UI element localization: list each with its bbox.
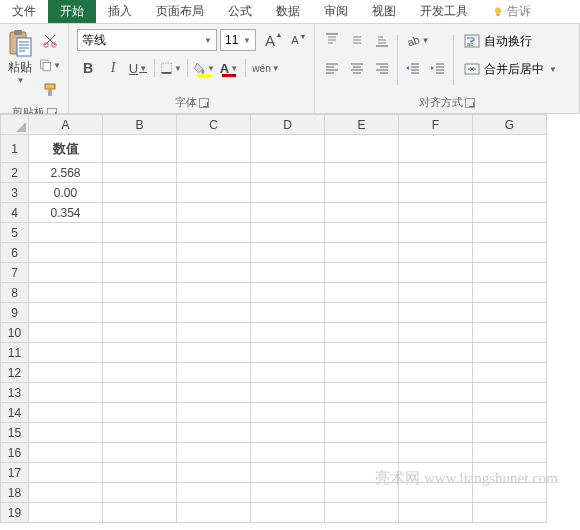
cell[interactable] [473, 303, 547, 323]
decrease-indent-button[interactable] [402, 57, 424, 79]
cell[interactable] [177, 463, 251, 483]
cell[interactable] [29, 243, 103, 263]
alignment-launcher[interactable] [465, 98, 475, 108]
cell[interactable] [399, 263, 473, 283]
cell[interactable] [325, 283, 399, 303]
row-header[interactable]: 19 [1, 503, 29, 523]
cell[interactable] [103, 363, 177, 383]
cell[interactable] [103, 163, 177, 183]
tab-insert[interactable]: 插入 [96, 0, 144, 23]
cell[interactable] [103, 283, 177, 303]
border-button[interactable]: ▼ [160, 57, 182, 79]
cell[interactable] [103, 483, 177, 503]
cell[interactable] [473, 503, 547, 523]
cell[interactable] [399, 483, 473, 503]
cell[interactable] [399, 183, 473, 203]
cell[interactable] [29, 383, 103, 403]
cell[interactable] [103, 203, 177, 223]
phonetic-button[interactable]: wén▼ [251, 57, 281, 79]
row-header[interactable]: 8 [1, 283, 29, 303]
row-header[interactable]: 13 [1, 383, 29, 403]
cell[interactable] [399, 283, 473, 303]
cell[interactable] [251, 243, 325, 263]
tab-layout[interactable]: 页面布局 [144, 0, 216, 23]
row-header[interactable]: 16 [1, 443, 29, 463]
cell[interactable] [325, 303, 399, 323]
cell[interactable] [103, 503, 177, 523]
tab-data[interactable]: 数据 [264, 0, 312, 23]
row-header[interactable]: 7 [1, 263, 29, 283]
cell[interactable] [473, 263, 547, 283]
merge-center-button[interactable]: 合并后居中▼ [460, 57, 561, 81]
cell[interactable] [177, 343, 251, 363]
cell[interactable] [103, 223, 177, 243]
cell[interactable] [473, 283, 547, 303]
wrap-text-button[interactable]: ab 自动换行 [460, 29, 561, 53]
cell[interactable] [251, 343, 325, 363]
cell[interactable] [177, 383, 251, 403]
cell[interactable] [251, 223, 325, 243]
align-right-button[interactable] [371, 57, 393, 79]
cell[interactable] [399, 223, 473, 243]
cell[interactable] [251, 503, 325, 523]
row-header[interactable]: 9 [1, 303, 29, 323]
cell[interactable] [473, 203, 547, 223]
cell[interactable] [29, 303, 103, 323]
cell[interactable] [473, 443, 547, 463]
cell[interactable] [399, 403, 473, 423]
cell[interactable] [473, 223, 547, 243]
cell[interactable] [399, 443, 473, 463]
paste-button[interactable]: 粘贴 ▼ [4, 27, 36, 103]
cell[interactable] [325, 343, 399, 363]
cell[interactable] [251, 183, 325, 203]
cell[interactable] [177, 303, 251, 323]
row-header[interactable]: 14 [1, 403, 29, 423]
row-header[interactable]: 15 [1, 423, 29, 443]
cell[interactable] [325, 403, 399, 423]
cell[interactable] [29, 403, 103, 423]
cell[interactable] [325, 203, 399, 223]
cell[interactable] [177, 203, 251, 223]
cell[interactable] [473, 483, 547, 503]
cell[interactable] [103, 323, 177, 343]
font-size-select[interactable]: 11▼ [220, 29, 256, 51]
cell[interactable] [177, 323, 251, 343]
cell[interactable] [29, 423, 103, 443]
cell[interactable] [251, 463, 325, 483]
col-header-D[interactable]: D [251, 115, 325, 135]
cell-A1[interactable]: 数值 [29, 135, 103, 163]
cell[interactable] [251, 323, 325, 343]
tab-developer[interactable]: 开发工具 [408, 0, 480, 23]
select-all-corner[interactable] [1, 115, 29, 135]
cell[interactable] [473, 163, 547, 183]
cell[interactable] [251, 263, 325, 283]
cell[interactable] [103, 403, 177, 423]
cell-A2[interactable]: 2.568 [29, 163, 103, 183]
cell[interactable] [29, 283, 103, 303]
row-header[interactable]: 5 [1, 223, 29, 243]
align-top-button[interactable] [321, 29, 343, 51]
cell-A3[interactable]: 0.00 [29, 183, 103, 203]
font-color-button[interactable]: A▼ [218, 57, 240, 79]
row-header[interactable]: 6 [1, 243, 29, 263]
cell[interactable] [399, 203, 473, 223]
cell[interactable] [29, 483, 103, 503]
cell[interactable] [103, 183, 177, 203]
cell[interactable] [399, 163, 473, 183]
grow-font-button[interactable]: A▴ [259, 29, 281, 51]
cell[interactable] [103, 383, 177, 403]
cell[interactable] [473, 243, 547, 263]
cell[interactable] [177, 503, 251, 523]
col-header-G[interactable]: G [473, 115, 547, 135]
row-header[interactable]: 2 [1, 163, 29, 183]
format-painter-button[interactable] [39, 79, 61, 101]
col-header-C[interactable]: C [177, 115, 251, 135]
tab-review[interactable]: 审阅 [312, 0, 360, 23]
tab-home[interactable]: 开始 [48, 0, 96, 23]
cell[interactable] [399, 363, 473, 383]
row-header[interactable]: 11 [1, 343, 29, 363]
cell[interactable] [29, 323, 103, 343]
cell[interactable] [177, 363, 251, 383]
cell[interactable] [399, 503, 473, 523]
cell[interactable] [325, 263, 399, 283]
